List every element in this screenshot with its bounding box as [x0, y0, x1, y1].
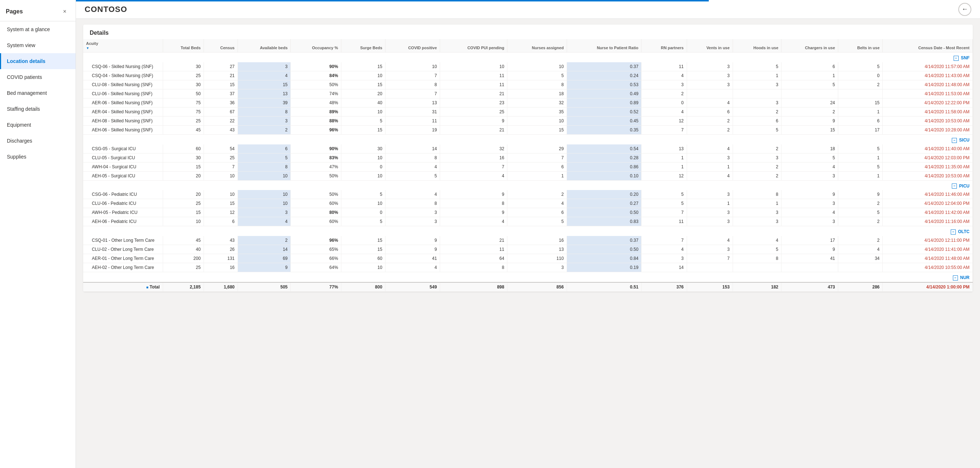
cell-covid_pui_pending: 4	[440, 217, 508, 226]
cell-chargers_in_use	[781, 89, 838, 98]
total-row: ■ Total2,1851,68050577%8005498988560.513…	[83, 282, 973, 292]
details-table: Acuity▼Total BedsCensusAvailable bedsOcc…	[83, 39, 973, 292]
sidebar-item-system-view[interactable]: System view	[0, 37, 76, 53]
cell-census-date: 4/14/2020 12:03:00 PM	[883, 153, 973, 162]
cell-available-beds: 2	[238, 125, 291, 134]
group-collapse-icon-SICU[interactable]: −	[952, 138, 957, 143]
cell-total_beds: 20	[163, 171, 204, 180]
group-collapse-icon-NUR[interactable]: −	[953, 275, 958, 281]
cell-chargers_in_use: 5	[781, 80, 838, 89]
cell-belts_in_use	[838, 263, 883, 272]
cell-ratio: 0.53	[567, 80, 641, 89]
cell-available-beds: 69	[238, 254, 291, 263]
cell-nurses_assigned: 29	[508, 144, 567, 153]
sidebar-item-system-at-a-glance[interactable]: System at a glance	[0, 21, 76, 37]
sidebar-item-equipment[interactable]: Equipment	[0, 117, 76, 133]
group-row-SICU[interactable]: −SICU	[83, 134, 973, 144]
cell-census-date: 4/14/2020 11:41:00 AM	[883, 245, 973, 254]
group-collapse-icon-SNF[interactable]: −	[954, 56, 959, 61]
cell-occupancy: 50%	[291, 171, 341, 180]
cell-rn_partners: 4	[641, 245, 687, 254]
cell-covid_pui_pending: 8	[440, 199, 508, 208]
details-panel: Details Acuity▼Total BedsCensusAvailable…	[83, 25, 973, 292]
cell-vents_in_use: 3	[687, 208, 733, 217]
group-collapse-icon-PICU[interactable]: −	[952, 184, 957, 188]
cell-census: 22	[204, 116, 238, 125]
cell-census-date: 4/14/2020 12:11:00 PM	[883, 236, 973, 245]
cell-occupancy: 84%	[291, 71, 341, 80]
cell-available-beds: 3	[238, 208, 291, 217]
cell-vents_in_use: 3	[687, 62, 733, 71]
details-table-container[interactable]: Acuity▼Total BedsCensusAvailable bedsOcc…	[83, 39, 973, 292]
cell-rn_partners: 11	[641, 217, 687, 226]
cell-nurses_assigned: 15	[508, 125, 567, 134]
cell-hoods_in_use: 3	[733, 80, 781, 89]
sidebar-item-discharges[interactable]: Discharges	[0, 133, 76, 149]
sidebar-item-covid-patients[interactable]: COVID patients	[0, 69, 76, 85]
sidebar-nav: System at a glanceSystem viewLocation de…	[0, 21, 76, 165]
sidebar-item-supplies[interactable]: Supplies	[0, 149, 76, 165]
cell-census: 26	[204, 245, 238, 254]
cell-census-date: 4/14/2020 12:04:00 PM	[883, 199, 973, 208]
cell-rn_partners: 14	[641, 263, 687, 272]
group-row-PICU[interactable]: −PICU	[83, 180, 973, 190]
app-title: CONTOSO	[84, 5, 127, 14]
cell-chargers_in_use: 17	[781, 236, 838, 245]
group-row-OLTC[interactable]: −OLTC	[83, 226, 973, 236]
cell-hoods_in_use: 8	[733, 254, 781, 263]
cell-total_beds: 25	[163, 263, 204, 272]
cell-rn_partners: 7	[641, 208, 687, 217]
cell-name: CLU-06 - Pediatric ICU	[83, 199, 163, 208]
cell-name: AER-04 - Skilled Nursing (SNF)	[83, 107, 163, 116]
sidebar: Pages × System at a glanceSystem viewLoc…	[0, 0, 76, 468]
cell-belts_in_use: 0	[838, 71, 883, 80]
cell-hoods_in_use	[733, 263, 781, 272]
cell-occupancy: 66%	[291, 254, 341, 263]
cell-occupancy: 90%	[291, 144, 341, 153]
cell-vents_in_use: 4	[687, 171, 733, 180]
sidebar-item-bed-management[interactable]: Bed management	[0, 85, 76, 101]
cell-belts_in_use: 2	[838, 217, 883, 226]
cell-name: CLU-08 - Skilled Nursing (SNF)	[83, 80, 163, 89]
col-header-rn_partners: RN partners	[641, 39, 687, 53]
cell-nurses_assigned: 7	[508, 153, 567, 162]
cell-covid_pui_pending: 4	[440, 171, 508, 180]
group-collapse-icon-OLTC[interactable]: −	[951, 230, 956, 235]
cell-name: CSQ-04 - Skilled Nursing (SNF)	[83, 71, 163, 80]
cell-ratio: 0.49	[567, 89, 641, 98]
cell-covid_pui_pending: 11	[440, 71, 508, 80]
cell-census-date: 4/14/2020 11:42:00 AM	[883, 208, 973, 217]
cell-chargers_in_use: 41	[781, 254, 838, 263]
group-row-NUR[interactable]: −NUR	[83, 272, 973, 282]
table-row: AER-06 - Skilled Nursing (SNF)75363948%4…	[83, 98, 973, 107]
cell-covid_pui_pending: 25	[440, 107, 508, 116]
cell-chargers_in_use: 9	[781, 245, 838, 254]
cell-surge_beds: 10	[341, 153, 385, 162]
sidebar-close-button[interactable]: ×	[60, 6, 70, 17]
cell-chargers_in_use: 2	[781, 107, 838, 116]
table-row: CLU-06 - Pediatric ICU25151060%108840.27…	[83, 199, 973, 208]
cell-ratio: 0.50	[567, 245, 641, 254]
cell-census: 37	[204, 89, 238, 98]
table-row: CLU-08 - Skilled Nursing (SNF)30151550%1…	[83, 80, 973, 89]
cell-vents_in_use: 6	[687, 107, 733, 116]
back-button[interactable]: ←	[958, 3, 971, 16]
cell-vents_in_use: 3	[687, 80, 733, 89]
cell-total_beds: 50	[163, 89, 204, 98]
cell-chargers_in_use: 24	[781, 98, 838, 107]
col-header-acuity: Acuity▼	[83, 39, 163, 53]
cell-census: 27	[204, 62, 238, 71]
sidebar-item-location-details[interactable]: Location details	[0, 53, 76, 69]
cell-surge_beds: 15	[341, 80, 385, 89]
cell-occupancy: 74%	[291, 89, 341, 98]
group-row-SNF[interactable]: −SNF	[83, 53, 973, 62]
cell-covid_positive: 7	[385, 89, 440, 98]
cell-ratio: 0.20	[567, 190, 641, 199]
sidebar-item-staffing-details[interactable]: Staffing details	[0, 101, 76, 117]
cell-available-beds: 10	[238, 171, 291, 180]
cell-census: 25	[204, 153, 238, 162]
sort-indicator-acuity[interactable]: ▼	[86, 46, 160, 50]
details-title: Details	[83, 25, 973, 39]
cell-nurses_assigned: 3	[508, 263, 567, 272]
cell-vents_in_use: 7	[687, 254, 733, 263]
